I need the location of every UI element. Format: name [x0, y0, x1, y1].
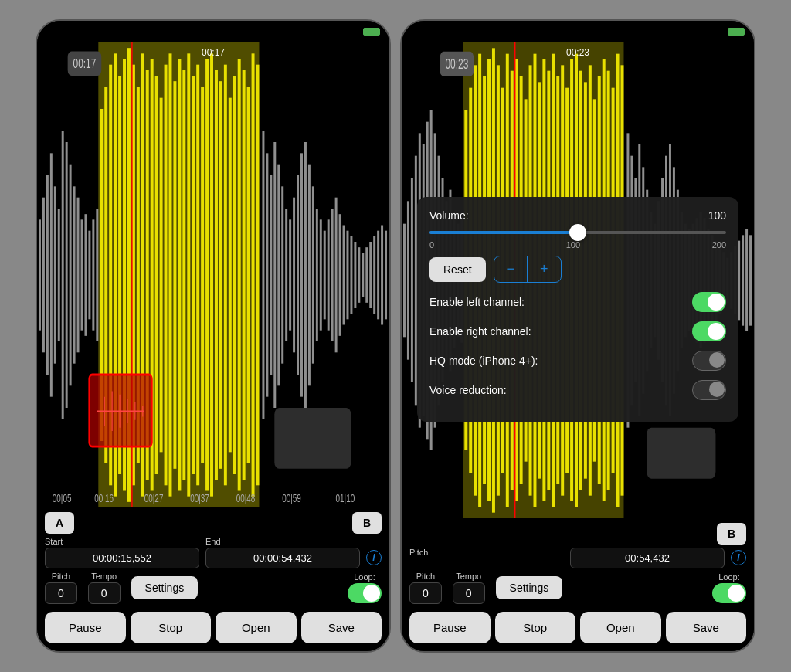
voice-reduction-label: Voice reduction: — [429, 384, 507, 396]
volume-slider-fill — [429, 231, 578, 234]
left-status-bar — [37, 21, 389, 42]
plus-button[interactable]: + — [528, 256, 561, 282]
svg-rect-188 — [749, 235, 752, 325]
left-ab-row: A B — [45, 512, 382, 534]
right-channel-row: Enable right channel: — [429, 321, 726, 341]
left-open-button[interactable]: Open — [216, 612, 297, 643]
right-end-value: 00:54,432 — [570, 548, 725, 568]
right-ab-row: B — [409, 523, 746, 545]
left-loop-toggle[interactable] — [348, 583, 382, 603]
right-waveform-area: 00:23 — [402, 42, 754, 518]
svg-rect-103 — [274, 408, 351, 469]
svg-text:00|05: 00|05 — [53, 492, 72, 504]
right-tempo-value[interactable]: 0 — [453, 582, 485, 604]
volume-slider-track[interactable] — [429, 231, 726, 234]
svg-rect-83 — [381, 226, 383, 325]
left-waveform-area: 00:17 — [37, 42, 389, 507]
right-save-button[interactable]: Save — [666, 612, 747, 643]
left-save-button[interactable]: Save — [301, 612, 382, 643]
left-start-label: Start — [45, 537, 199, 546]
right-loop-group: Loop: — [712, 572, 746, 603]
right-b-button[interactable]: B — [717, 523, 746, 545]
svg-rect-66 — [316, 209, 318, 341]
hq-mode-toggle[interactable] — [692, 351, 726, 371]
right-time-marker: 00:23 — [566, 47, 589, 58]
svg-rect-192 — [647, 428, 715, 479]
svg-rect-3 — [46, 175, 49, 375]
left-tempo-value[interactable]: 0 — [88, 582, 121, 604]
svg-rect-5 — [54, 186, 56, 363]
svg-rect-41 — [210, 53, 213, 496]
right-info-icon[interactable]: i — [731, 550, 746, 565]
right-settings-button[interactable]: Settings — [496, 576, 563, 599]
svg-rect-35 — [182, 70, 185, 480]
volume-label: Volume: — [429, 209, 469, 222]
svg-rect-77 — [358, 247, 360, 303]
left-action-buttons: Pause Stop Open Save — [45, 612, 382, 643]
svg-rect-80 — [369, 242, 372, 308]
right-pitch-value[interactable]: 0 — [409, 582, 442, 604]
svg-rect-45 — [229, 98, 232, 453]
svg-rect-6 — [58, 209, 60, 341]
svg-rect-43 — [219, 81, 222, 469]
right-controls: B Pitch 00:54,432 i Pitch 0 Tempo 0 — [402, 518, 754, 651]
minus-button[interactable]: − — [494, 256, 528, 282]
right-end-group: 00:54,432 — [570, 548, 725, 568]
left-settings-button[interactable]: Settings — [131, 576, 199, 599]
volume-slider-thumb[interactable] — [569, 224, 586, 241]
svg-rect-8 — [66, 142, 68, 408]
svg-rect-54 — [270, 175, 272, 375]
svg-rect-186 — [742, 235, 744, 325]
left-time-fields: Start 00:00:15,552 End 00:00:54,432 i — [45, 537, 382, 568]
svg-rect-33 — [173, 81, 176, 469]
left-start-group: Start 00:00:15,552 — [45, 537, 199, 568]
svg-rect-51 — [256, 65, 260, 486]
left-info-icon[interactable]: i — [366, 550, 382, 565]
svg-text:01|10: 01|10 — [336, 492, 355, 504]
svg-rect-78 — [362, 253, 364, 297]
right-time-fields: Pitch 00:54,432 i — [409, 548, 746, 568]
svg-rect-62 — [300, 153, 303, 396]
right-phone: 00:23 — [400, 19, 755, 653]
svg-rect-105 — [403, 224, 406, 338]
svg-text:00|48: 00|48 — [236, 492, 256, 504]
svg-text:00:23: 00:23 — [445, 56, 468, 71]
right-pitch-label: Pitch — [416, 572, 435, 581]
reset-plusminus-row: Reset − + — [429, 256, 726, 283]
svg-rect-64 — [308, 165, 311, 386]
svg-rect-58 — [285, 209, 287, 341]
left-a-button[interactable]: A — [45, 512, 74, 534]
left-end-value: 00:00:54,432 — [205, 548, 360, 568]
svg-rect-44 — [224, 65, 227, 486]
right-channel-toggle[interactable] — [692, 321, 726, 341]
svg-rect-70 — [331, 209, 334, 341]
left-tempo-label: Tempo — [91, 572, 117, 581]
svg-rect-61 — [297, 175, 299, 375]
left-pause-button[interactable]: Pause — [45, 612, 126, 643]
left-stop-button[interactable]: Stop — [131, 612, 212, 643]
svg-rect-4 — [50, 153, 53, 396]
right-pitch-group: Pitch 0 — [409, 572, 442, 604]
svg-rect-37 — [192, 76, 195, 474]
left-loop-group: Loop: — [348, 572, 382, 603]
svg-rect-106 — [407, 201, 409, 359]
left-pitch-value[interactable]: 0 — [45, 582, 77, 604]
volume-row: Volume: 100 — [429, 209, 726, 222]
left-b-button[interactable]: B — [352, 512, 382, 534]
left-channel-toggle[interactable] — [692, 292, 726, 312]
svg-rect-7 — [62, 131, 64, 419]
svg-rect-68 — [324, 231, 326, 320]
svg-text:00|16: 00|16 — [94, 492, 114, 504]
svg-rect-65 — [312, 186, 314, 363]
right-open-button[interactable]: Open — [580, 612, 661, 643]
right-stop-button[interactable]: Stop — [495, 612, 576, 643]
svg-rect-40 — [205, 59, 209, 491]
svg-rect-42 — [215, 70, 218, 480]
voice-reduction-toggle[interactable] — [692, 380, 726, 400]
svg-rect-57 — [281, 186, 283, 363]
right-loop-toggle[interactable] — [712, 583, 746, 603]
left-pitch-tempo-row: Pitch 0 Tempo 0 Settings Loop: — [45, 572, 382, 604]
right-pause-button[interactable]: Pause — [409, 612, 491, 643]
reset-button[interactable]: Reset — [429, 257, 486, 282]
settings-overlay: Volume: 100 0 100 200 Reset — [417, 197, 738, 422]
